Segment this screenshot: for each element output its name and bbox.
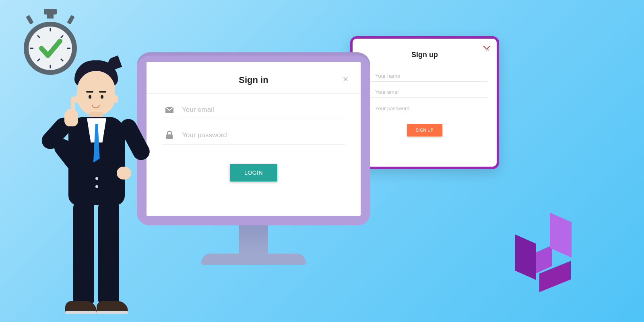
- signup-email-field[interactable]: Your email: [362, 82, 487, 98]
- signup-title: Sign up: [362, 47, 487, 65]
- placeholder-text: Your email: [182, 106, 214, 114]
- signin-password-field[interactable]: Your password: [162, 118, 345, 144]
- monitor-illustration: Sign in ✕ Your email Your password LOGIN: [137, 52, 370, 265]
- monitor-bezel: Sign in ✕ Your email Your password LOGIN: [137, 52, 370, 225]
- signup-button[interactable]: SIGN UP: [407, 124, 443, 136]
- placeholder-text: Your password: [375, 105, 410, 111]
- signup-password-field[interactable]: Your password: [362, 98, 487, 114]
- close-icon[interactable]: ✕: [485, 47, 490, 53]
- signin-dialog: Sign in ✕ Your email Your password LOGIN: [147, 62, 361, 216]
- svg-rect-4: [47, 14, 54, 19]
- svg-rect-5: [26, 15, 34, 25]
- placeholder-text: Your password: [182, 131, 227, 139]
- svg-rect-3: [44, 9, 57, 14]
- close-icon[interactable]: ✕: [343, 75, 349, 84]
- lock-icon: [164, 130, 175, 140]
- envelope-icon: [164, 106, 175, 114]
- placeholder-text: Your name: [375, 73, 400, 79]
- signin-title: Sign in: [239, 75, 268, 85]
- signin-header: Sign in ✕: [147, 69, 361, 94]
- login-button[interactable]: LOGIN: [230, 164, 277, 182]
- monitor-neck: [239, 225, 268, 254]
- svg-rect-6: [67, 15, 75, 25]
- signin-email-field[interactable]: Your email: [162, 94, 345, 118]
- businessman-illustration: [52, 56, 141, 314]
- brand-logo-icon: [515, 217, 580, 298]
- signup-dialog: Sign up ✕ Your name Your email Your pass…: [350, 36, 499, 169]
- placeholder-text: Your email: [375, 89, 400, 95]
- monitor-base: [201, 254, 306, 265]
- signup-name-field[interactable]: Your name: [362, 65, 487, 82]
- svg-rect-2: [166, 134, 173, 139]
